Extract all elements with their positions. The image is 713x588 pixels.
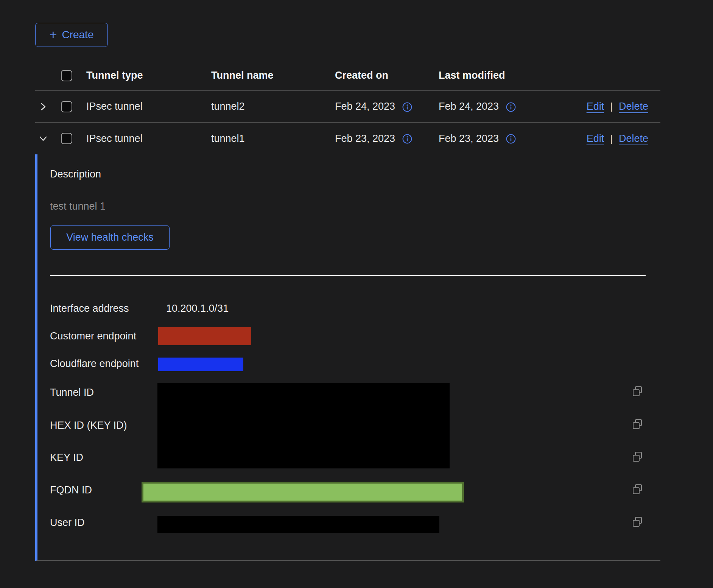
tunnel-name-cell: tunnel2 bbox=[211, 101, 335, 112]
column-header-last-modified: Last modified bbox=[439, 70, 552, 81]
tunnel-type-cell: IPsec tunnel bbox=[86, 133, 211, 145]
customer-endpoint-label: Customer endpoint bbox=[50, 330, 136, 342]
view-health-checks-button[interactable]: View health checks bbox=[50, 225, 170, 250]
customer-endpoint-redacted-value bbox=[158, 327, 251, 345]
copy-hex-id-button[interactable] bbox=[631, 418, 644, 431]
copy-icon bbox=[631, 483, 644, 496]
key-id-label: KEY ID bbox=[50, 452, 83, 464]
row-checkbox[interactable] bbox=[61, 101, 72, 112]
created-on-value: Feb 23, 2023 bbox=[335, 133, 395, 145]
actions-separator: | bbox=[610, 133, 613, 145]
fqdn-id-label: FQDN ID bbox=[50, 484, 92, 496]
created-on-value: Feb 24, 2023 bbox=[335, 101, 395, 112]
info-icon[interactable] bbox=[506, 134, 516, 144]
copy-tunnel-id-button[interactable] bbox=[631, 385, 644, 398]
info-icon[interactable] bbox=[402, 102, 413, 112]
user-id-label: User ID bbox=[50, 517, 85, 529]
create-button-label: Create bbox=[62, 29, 93, 41]
tunnel-name-cell: tunnel1 bbox=[211, 133, 335, 145]
column-header-created-on: Created on bbox=[335, 70, 439, 81]
table-row: IPsec tunnel tunnel1 Feb 23, 2023 Feb 23… bbox=[35, 123, 660, 154]
hex-id-label: HEX ID (KEY ID) bbox=[50, 420, 127, 431]
column-header-tunnel-type: Tunnel type bbox=[86, 70, 211, 81]
actions-separator: | bbox=[610, 101, 613, 112]
create-button[interactable]: + Create bbox=[35, 23, 108, 47]
interface-address-value: 10.200.1.0/31 bbox=[166, 303, 229, 314]
plus-icon: + bbox=[50, 28, 57, 41]
chevron-down-icon[interactable] bbox=[37, 133, 49, 144]
table-row: IPsec tunnel tunnel2 Feb 24, 2023 Feb 24… bbox=[35, 91, 660, 123]
edit-link[interactable]: Edit bbox=[587, 133, 604, 145]
last-modified-value: Feb 24, 2023 bbox=[439, 101, 499, 112]
table-header-row: Tunnel type Tunnel name Created on Last … bbox=[35, 61, 660, 91]
tunnel-type-cell: IPsec tunnel bbox=[86, 101, 211, 112]
edit-link[interactable]: Edit bbox=[587, 101, 604, 112]
info-icon[interactable] bbox=[506, 102, 516, 112]
interface-address-label: Interface address bbox=[50, 303, 129, 314]
tunnels-page: + Create Tunnel type Tunnel name Created… bbox=[0, 0, 713, 588]
select-all-checkbox[interactable] bbox=[61, 70, 72, 81]
cloudflare-endpoint-label: Cloudflare endpoint bbox=[50, 358, 139, 370]
description-label: Description bbox=[50, 168, 101, 180]
tunnels-table: Tunnel type Tunnel name Created on Last … bbox=[35, 61, 660, 154]
copy-icon bbox=[631, 451, 644, 464]
user-id-redacted-value bbox=[157, 516, 439, 533]
copy-icon bbox=[631, 516, 644, 529]
copy-fqdn-id-button[interactable] bbox=[631, 483, 644, 496]
fqdn-id-redacted-value bbox=[142, 482, 464, 502]
ids-redacted-value bbox=[157, 383, 450, 468]
chevron-right-icon[interactable] bbox=[37, 101, 49, 112]
tunnel-id-label: Tunnel ID bbox=[50, 387, 94, 398]
last-modified-value: Feb 23, 2023 bbox=[439, 133, 499, 145]
section-divider bbox=[50, 275, 646, 276]
column-header-tunnel-name: Tunnel name bbox=[211, 70, 335, 81]
row-checkbox[interactable] bbox=[61, 133, 72, 144]
description-value: test tunnel 1 bbox=[50, 201, 106, 212]
copy-key-id-button[interactable] bbox=[631, 451, 644, 464]
copy-user-id-button[interactable] bbox=[631, 516, 644, 529]
copy-icon bbox=[631, 385, 644, 398]
expanded-tunnel-panel: Description test tunnel 1 View health ch… bbox=[35, 154, 660, 561]
delete-link[interactable]: Delete bbox=[619, 133, 648, 145]
delete-link[interactable]: Delete bbox=[619, 101, 648, 112]
info-icon[interactable] bbox=[402, 134, 413, 144]
copy-icon bbox=[631, 418, 644, 431]
cloudflare-endpoint-redacted-value bbox=[158, 358, 243, 371]
